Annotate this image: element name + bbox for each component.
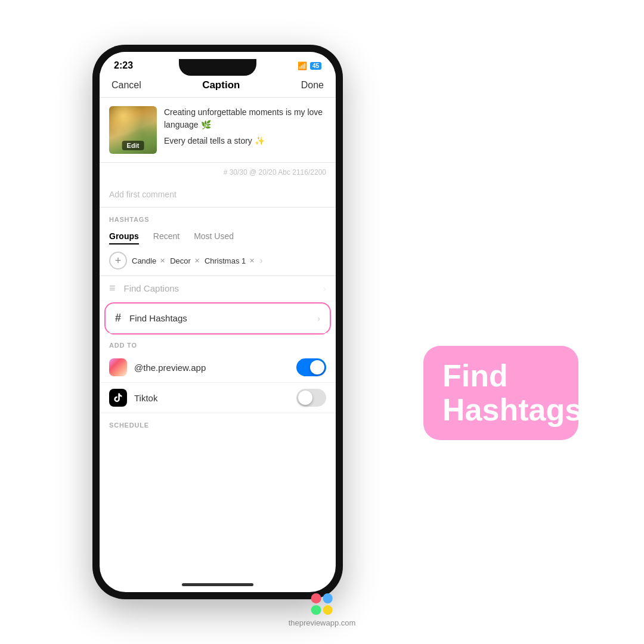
comment-placeholder: Add first comment: [109, 190, 177, 199]
chevron-right-icon: ›: [323, 284, 326, 293]
add-group-button[interactable]: +: [109, 252, 127, 270]
hashtag-tabs: Groups Recent Most Used: [109, 229, 326, 244]
wifi-icon: 📶: [298, 61, 307, 70]
group-tag-candle-close[interactable]: ✕: [160, 257, 165, 265]
caption-section: Edit Creating unforgettable moments is m…: [100, 98, 336, 162]
group-tag-christmas-close[interactable]: ✕: [249, 257, 255, 265]
hashtag-groups-row: + Candle ✕ Decor ✕ Christmas 1 ✕ ›: [109, 252, 326, 275]
status-icons: 📶 45: [298, 61, 321, 70]
caption-text-area[interactable]: Creating unforgettable moments is my lov…: [164, 106, 326, 154]
scroll-indicator: ›: [259, 255, 262, 266]
brand-dot-blue: [323, 593, 333, 603]
page: 2:23 📶 45 Cancel Caption Done Edit: [0, 0, 644, 644]
find-captions-item[interactable]: ≡ Find Captions ›: [100, 276, 336, 301]
addto-preview-app: @the.preview.app: [100, 352, 336, 383]
brand-dot-green: [311, 605, 321, 615]
post-thumbnail[interactable]: Edit: [109, 106, 157, 154]
hashtag-icon: #: [115, 312, 121, 324]
find-hashtags-item[interactable]: # Find Hashtags ›: [106, 304, 330, 333]
cancel-button[interactable]: Cancel: [112, 80, 141, 91]
status-time: 2:23: [114, 60, 133, 71]
brand-dot-yellow: [323, 605, 333, 615]
nav-title: Caption: [202, 79, 240, 91]
group-tag-christmas[interactable]: Christmas 1 ✕: [205, 256, 255, 265]
caption-line1: Creating unforgettable moments is my lov…: [164, 106, 326, 131]
group-tag-candle-label: Candle: [132, 256, 156, 265]
hashtags-section: HASHTAGS Groups Recent Most Used + Candl…: [100, 208, 336, 275]
addto-section: ADD TO @the.preview.app: [100, 336, 336, 413]
tiktok-icon: [109, 389, 127, 407]
tab-groups[interactable]: Groups: [109, 229, 139, 244]
toggle-knob-on: [310, 360, 324, 374]
addto-label: ADD TO: [100, 336, 336, 352]
find-hashtags-bubble-text: FindHashtags: [442, 359, 559, 427]
tiktok-name: Tiktok: [134, 393, 289, 403]
tab-recent[interactable]: Recent: [153, 229, 179, 244]
home-indicator: [182, 583, 253, 586]
toggle-knob-off: [298, 391, 312, 405]
group-tag-christmas-label: Christmas 1: [205, 256, 246, 265]
battery-badge: 45: [310, 62, 321, 70]
brand-logo: [311, 593, 333, 615]
tiktok-toggle[interactable]: [296, 389, 326, 407]
schedule-section: SCHEDULE: [100, 413, 336, 434]
nav-bar: Cancel Caption Done: [100, 75, 336, 98]
home-indicator-area: [100, 434, 336, 592]
group-tag-candle[interactable]: Candle ✕: [132, 256, 165, 265]
group-tag-decor-close[interactable]: ✕: [194, 257, 200, 265]
group-tag-decor[interactable]: Decor ✕: [170, 256, 200, 265]
find-captions-label: Find Captions: [124, 283, 315, 293]
caption-line2: Every detail tells a story ✨: [164, 135, 326, 147]
notch: [179, 59, 256, 76]
phone-screen: 2:23 📶 45 Cancel Caption Done Edit: [100, 52, 336, 592]
brand-dot-red: [311, 593, 321, 603]
find-hashtags-highlighted[interactable]: # Find Hashtags ›: [104, 302, 331, 335]
preview-app-name: @the.preview.app: [134, 363, 289, 373]
find-hashtags-bubble: FindHashtags: [423, 346, 578, 440]
addto-tiktok: Tiktok: [100, 383, 336, 413]
hashtags-label: HASHTAGS: [109, 216, 326, 223]
schedule-label: SCHEDULE: [109, 422, 149, 429]
preview-app-toggle[interactable]: [296, 358, 326, 376]
tab-most-used[interactable]: Most Used: [194, 229, 234, 244]
chevron-right-icon-2: ›: [317, 314, 320, 323]
brand-url: thepreviewapp.com: [289, 618, 356, 627]
preview-app-icon: [109, 358, 127, 376]
done-button[interactable]: Done: [301, 80, 324, 91]
counter-bar: # 30/30 @ 20/20 Abc 2116/2200: [100, 162, 336, 182]
counter-text: # 30/30 @ 20/20 Abc 2116/2200: [224, 168, 326, 177]
phone-mockup: 2:23 📶 45 Cancel Caption Done Edit: [92, 45, 343, 599]
group-tag-decor-label: Decor: [170, 256, 191, 265]
lines-icon: ≡: [109, 282, 116, 295]
comment-section[interactable]: Add first comment: [100, 182, 336, 208]
edit-label[interactable]: Edit: [122, 141, 144, 150]
find-hashtags-label: Find Hashtags: [129, 313, 309, 323]
branding: thepreviewapp.com: [289, 593, 356, 627]
